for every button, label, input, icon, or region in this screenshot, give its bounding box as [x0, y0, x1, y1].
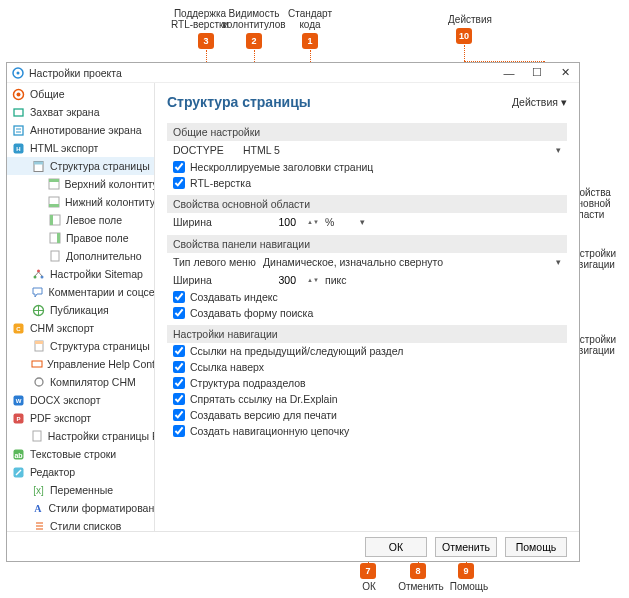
checkbox-subsect-label: Структура подразделов: [190, 377, 306, 389]
sidebar-item-help-context[interactable]: Управление Help Context ID: [7, 355, 154, 373]
svg-rect-37: [33, 431, 41, 441]
checkbox-noscroll-label: Нескроллируемые заголовки страниц: [190, 161, 373, 173]
sidebar-item-list-styles[interactable]: Стили списков: [7, 517, 154, 531]
svg-point-32: [35, 378, 43, 386]
var-icon: [x]: [31, 483, 46, 498]
sidebar-item-header[interactable]: Верхний колонтитул: [7, 175, 154, 193]
checkbox-index-label: Создавать индекс: [190, 291, 278, 303]
id-icon: [31, 357, 43, 372]
titlebar: Настройки проекта — ☐ ✕: [7, 63, 579, 83]
svg-line-24: [35, 272, 39, 276]
layout-icon: [47, 177, 61, 192]
layout-icon: [47, 195, 61, 210]
actions-dropdown[interactable]: Действия▾: [512, 96, 567, 108]
minimize-button[interactable]: —: [499, 64, 519, 82]
navpanel-width-input[interactable]: [251, 274, 299, 286]
text-icon: ab: [11, 447, 26, 462]
sidebar-item-pdf-page-settings[interactable]: Настройки страницы PDF: [7, 427, 154, 445]
sidebar-item-html-export[interactable]: HHTML экспорт: [7, 139, 154, 157]
sidebar-item-text-strings[interactable]: abТекстовые строки: [7, 445, 154, 463]
style-icon: A: [31, 501, 44, 516]
sidebar-item-footer[interactable]: Нижний колонтитул: [7, 193, 154, 211]
doctype-label: DOCTYPE: [173, 144, 243, 156]
svg-rect-13: [49, 179, 59, 182]
sidebar-item-right-field[interactable]: Правое поле: [7, 229, 154, 247]
mainarea-width-input[interactable]: [251, 216, 299, 228]
callout-label-1: Стандарт кода: [284, 8, 336, 30]
sidebar-item-variables[interactable]: [x]Переменные: [7, 481, 154, 499]
window-buttons: — ☐ ✕: [499, 64, 575, 82]
sidebar-item-general[interactable]: Общие: [7, 85, 154, 103]
section-mainarea-header: Свойства основной области: [167, 195, 567, 213]
gear-icon: [31, 375, 46, 390]
checkbox-print-label: Создавать версию для печати: [190, 409, 337, 421]
maximize-button[interactable]: ☐: [527, 64, 547, 82]
sidebar-item-comments[interactable]: Комментарии и соцсети: [7, 283, 154, 301]
checkbox-prevnext-label: Ссылки на предыдущий/следующий раздел: [190, 345, 403, 357]
svg-rect-11: [34, 161, 43, 164]
stepper-icon[interactable]: ▲▼: [307, 278, 317, 283]
checkbox-noscroll-headers[interactable]: [173, 161, 185, 173]
sidebar-item-page-structure[interactable]: Структура страницы: [7, 157, 154, 175]
help-button[interactable]: Помощь: [505, 537, 567, 557]
callout-badge-10: 10: [456, 28, 472, 44]
footer: ОК Отменить Помощь: [7, 531, 579, 561]
checkbox-breadcrumb-label: Создать навигационную цепочку: [190, 425, 349, 437]
sidebar-item-chm-compiler[interactable]: Компилятор CHM: [7, 373, 154, 391]
svg-rect-15: [49, 204, 59, 207]
checkbox-hide-dr[interactable]: [173, 393, 185, 405]
layout-icon: [47, 231, 62, 246]
chevron-down-icon: ▾: [360, 217, 365, 227]
sidebar-item-annotation[interactable]: Аннотирование экрана: [7, 121, 154, 139]
close-button[interactable]: ✕: [555, 64, 575, 82]
navpanel-width-label: Ширина: [173, 274, 243, 286]
app-icon: [11, 66, 25, 80]
sidebar-item-additional[interactable]: Дополнительно: [7, 247, 154, 265]
cancel-button[interactable]: Отменить: [435, 537, 497, 557]
checkbox-print[interactable]: [173, 409, 185, 421]
callout-label-7: ОК: [354, 581, 384, 592]
ok-button[interactable]: ОК: [365, 537, 427, 557]
callout-badge-2: 2: [246, 33, 262, 49]
checkbox-breadcrumb[interactable]: [173, 425, 185, 437]
sidebar-item-chm-page-structure[interactable]: Структура страницы: [7, 337, 154, 355]
svg-text:P: P: [16, 416, 20, 422]
section-navsettings-header: Настройки навигации: [167, 325, 567, 343]
svg-point-1: [17, 71, 20, 74]
navpanel-unit-label: пикс: [325, 274, 347, 286]
capture-icon: [11, 105, 26, 120]
chevron-down-icon: ▾: [556, 257, 561, 267]
sidebar-item-publication[interactable]: Публикация: [7, 301, 154, 319]
callout-badge-1: 1: [302, 33, 318, 49]
sidebar-item-left-field[interactable]: Левое поле: [7, 211, 154, 229]
checkbox-rtl[interactable]: [173, 177, 185, 189]
checkbox-create-search[interactable]: [173, 307, 185, 319]
sidebar-item-capture[interactable]: Захват экрана: [7, 103, 154, 121]
sitemap-icon: [31, 267, 46, 282]
page-icon: [31, 159, 46, 174]
sidebar-item-pdf-export[interactable]: PPDF экспорт: [7, 409, 154, 427]
checkbox-create-index[interactable]: [173, 291, 185, 303]
checkbox-up-label: Ссылка наверх: [190, 361, 264, 373]
svg-rect-20: [51, 251, 59, 261]
sidebar-item-docx-export[interactable]: WDOCX экспорт: [7, 391, 154, 409]
sidebar-item-chm-export[interactable]: CCHM экспорт: [7, 319, 154, 337]
section-navpanel-header: Свойства панели навигации: [167, 235, 567, 253]
sidebar-item-format-styles[interactable]: AСтили форматирования: [7, 499, 154, 517]
sidebar-item-editor[interactable]: Редактор: [7, 463, 154, 481]
svg-text:H: H: [16, 146, 20, 152]
menu-type-select[interactable]: Динамическое, изначально свернуто▾: [263, 256, 561, 268]
checkbox-prevnext[interactable]: [173, 345, 185, 357]
layout-icon: [47, 213, 62, 228]
main-panel: Структура страницы Действия▾ Общие настр…: [155, 83, 579, 531]
doctype-select[interactable]: HTML 5▾: [243, 144, 561, 156]
checkbox-subsect[interactable]: [173, 377, 185, 389]
sidebar-item-sitemap[interactable]: Настройки Sitemap: [7, 265, 154, 283]
svg-rect-17: [50, 215, 53, 225]
stepper-icon[interactable]: ▲▼: [307, 220, 317, 225]
checkbox-up[interactable]: [173, 361, 185, 373]
callout-label-2: Видимость колонтитулов: [222, 8, 286, 30]
mainarea-unit-select[interactable]: %▾: [325, 216, 365, 228]
callout-label-9: Помощь: [444, 581, 494, 592]
svg-text:C: C: [16, 326, 21, 332]
